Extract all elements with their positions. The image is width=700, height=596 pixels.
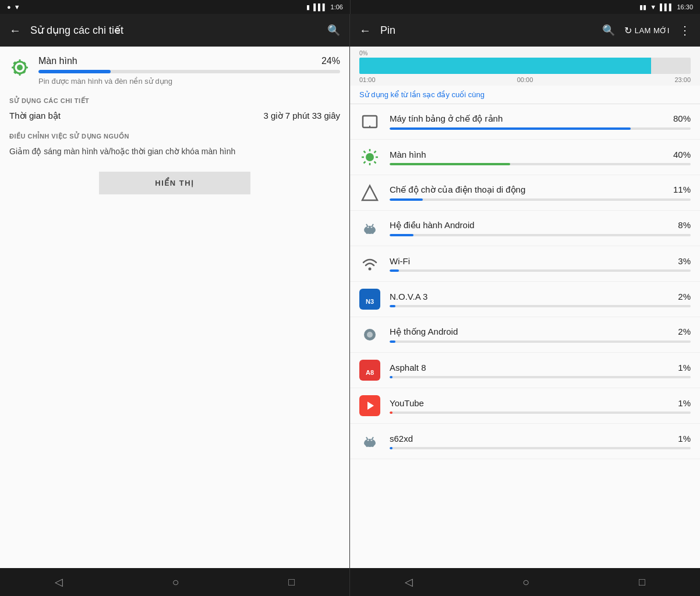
battery-list-item[interactable]: Wi-Fi 3% xyxy=(350,246,700,282)
battery-list-item[interactable]: A8 Asphalt 8 1% xyxy=(350,353,700,388)
left-status-bar: ● ▼ ▮ ▌▌▌ 1:06 xyxy=(0,0,350,14)
battery-list-item[interactable]: Máy tính bảng ở chế độ rảnh 80% xyxy=(350,104,700,140)
battery-item-fill-8 xyxy=(390,411,393,414)
svg-point-22 xyxy=(364,226,376,234)
svg-point-12 xyxy=(366,153,374,161)
right-wifi-icon: ▼ xyxy=(650,3,656,10)
right-back-button[interactable]: ← xyxy=(359,24,371,37)
left-nav-bar: ◁ ○ □ xyxy=(0,568,350,596)
detail-section-label: SỬ DỤNG CÁC CHI TIẾT xyxy=(9,97,340,105)
battery-list-item[interactable]: YouTube 1% xyxy=(350,388,700,424)
battery-item-pct-3: 8% xyxy=(678,220,691,230)
chart-time-3: 23:00 xyxy=(674,76,691,83)
right-home-nav[interactable]: ○ xyxy=(522,576,529,589)
battery-item-pct-7: 1% xyxy=(678,363,691,372)
left-home-nav[interactable]: ○ xyxy=(172,576,179,589)
battery-item-info-8: YouTube 1% xyxy=(390,398,691,414)
battery-item-name-8: YouTube xyxy=(390,398,424,408)
battery-item-fill-6 xyxy=(390,340,395,343)
battery-list-item[interactable]: N3 N.O.V.A 3 2% xyxy=(350,282,700,317)
svg-point-39 xyxy=(366,442,368,447)
battery-item-pct-2: 11% xyxy=(673,185,691,195)
battery-item-pct-8: 1% xyxy=(678,398,691,408)
svg-point-1 xyxy=(17,65,23,70)
left-search-button[interactable]: 🔍 xyxy=(327,24,340,37)
battery-item-name-4: Wi-Fi xyxy=(390,256,410,266)
left-page-title: Sử dụng các chi tiết xyxy=(30,24,318,37)
screen-description: Pin được màn hình và đèn nền sử dụng xyxy=(38,77,340,86)
svg-point-33 xyxy=(367,332,373,338)
svg-rect-4 xyxy=(12,67,15,69)
battery-item-bar-7 xyxy=(390,376,691,378)
battery-list-item[interactable]: s62xd 1% xyxy=(350,424,700,459)
battery-item-name-2: Chế độ chờ của điện thoại di động xyxy=(390,185,525,195)
battery-list-item[interactable]: Hệ điều hành Android 8% xyxy=(350,211,700,246)
left-battery-icon: ▮ xyxy=(306,3,310,11)
battery-item-pct-0: 80% xyxy=(673,113,691,124)
battery-item-icon-2 xyxy=(359,182,380,203)
battery-item-icon-3 xyxy=(359,218,380,239)
screen-info: Màn hình 24% Pin được màn hình và đèn nề… xyxy=(38,56,340,86)
adjust-section-label: ĐIỀU CHỈNH VIỆC SỬ DỤNG NGUỒN xyxy=(9,133,340,140)
battery-item-name-row-6: Hệ thống Android 2% xyxy=(390,327,691,337)
battery-item-bar-0 xyxy=(390,127,691,130)
battery-item-name-row-8: YouTube 1% xyxy=(390,398,691,408)
battery-item-name-7: Asphalt 8 xyxy=(390,363,426,372)
hien-thi-button[interactable]: HIỂN THỊ xyxy=(99,172,250,194)
battery-item-icon-7: A8 xyxy=(359,360,380,381)
battery-item-fill-3 xyxy=(390,234,413,236)
svg-point-40 xyxy=(372,442,374,447)
screen-name-row: Màn hình 24% xyxy=(38,56,340,66)
right-search-button[interactable]: 🔍 xyxy=(602,24,615,37)
battery-item-icon-5: N3 xyxy=(359,289,380,310)
battery-item-icon-4 xyxy=(359,253,380,274)
usage-row: Thời gian bật 3 giờ 7 phút 33 giây xyxy=(9,111,340,121)
battery-item-name-3: Hệ điều hành Android xyxy=(390,220,475,230)
left-content: Màn hình 24% Pin được màn hình và đèn nề… xyxy=(0,47,349,568)
battery-item-bar-3 xyxy=(390,234,691,236)
battery-item-name-row-0: Máy tính bảng ở chế độ rảnh 80% xyxy=(390,113,691,124)
battery-item-info-4: Wi-Fi 3% xyxy=(390,256,691,272)
left-back-nav[interactable]: ◁ xyxy=(55,576,63,588)
left-back-button[interactable]: ← xyxy=(9,24,21,37)
svg-point-38 xyxy=(364,439,376,447)
svg-text:N3: N3 xyxy=(366,298,374,305)
battery-item-name-row-4: Wi-Fi 3% xyxy=(390,256,691,266)
battery-item-name-1: Màn hình xyxy=(390,150,426,159)
usage-value: 3 giờ 7 phút 33 giây xyxy=(263,111,340,121)
right-recents-nav[interactable]: □ xyxy=(639,576,645,588)
battery-item-icon-1 xyxy=(359,147,380,168)
battery-list-item[interactable]: Chế độ chờ của điện thoại di động 11% xyxy=(350,175,700,211)
battery-item-name-6: Hệ thống Android xyxy=(390,327,458,337)
left-signal-icon: ● xyxy=(7,3,11,10)
right-back-nav[interactable]: ◁ xyxy=(405,576,413,588)
battery-list-item[interactable]: Màn hình 40% xyxy=(350,140,700,175)
battery-item-info-5: N.O.V.A 3 2% xyxy=(390,292,691,307)
battery-item-pct-5: 2% xyxy=(678,292,691,301)
battery-item-fill-9 xyxy=(390,447,393,449)
svg-point-29 xyxy=(369,268,372,271)
battery-item-info-0: Máy tính bảng ở chế độ rảnh 80% xyxy=(390,113,691,130)
left-recents-nav[interactable]: □ xyxy=(288,576,295,588)
screen-usage-item[interactable]: Màn hình 24% Pin được màn hình và đèn nề… xyxy=(9,56,340,86)
battery-item-pct-9: 1% xyxy=(678,434,691,444)
battery-items-list: Máy tính bảng ở chế độ rảnh 80% Màn hình… xyxy=(350,104,700,568)
battery-item-pct-1: 40% xyxy=(673,150,691,159)
lam-moi-label: LAM MỚI xyxy=(635,26,670,35)
right-time: 16:30 xyxy=(677,3,693,10)
svg-rect-2 xyxy=(19,59,21,62)
battery-item-name-row-5: N.O.V.A 3 2% xyxy=(390,292,691,301)
battery-item-fill-0 xyxy=(390,127,631,130)
more-button[interactable]: ⋮ xyxy=(679,23,691,37)
battery-item-icon-9 xyxy=(359,431,380,452)
lam-moi-button[interactable]: ↻ LAM MỚI xyxy=(624,25,670,36)
battery-item-fill-7 xyxy=(390,376,393,378)
screen-percent: 24% xyxy=(321,56,340,66)
left-app-bar: ← Sử dụng các chi tiết 🔍 xyxy=(0,14,349,47)
usage-label: Thời gian bật xyxy=(9,111,61,121)
battery-list-item[interactable]: Hệ thống Android 2% xyxy=(350,317,700,353)
battery-item-fill-5 xyxy=(390,305,395,307)
battery-item-icon-8 xyxy=(359,395,380,416)
right-page-title: Pin xyxy=(380,24,593,37)
battery-item-info-9: s62xd 1% xyxy=(390,434,691,449)
